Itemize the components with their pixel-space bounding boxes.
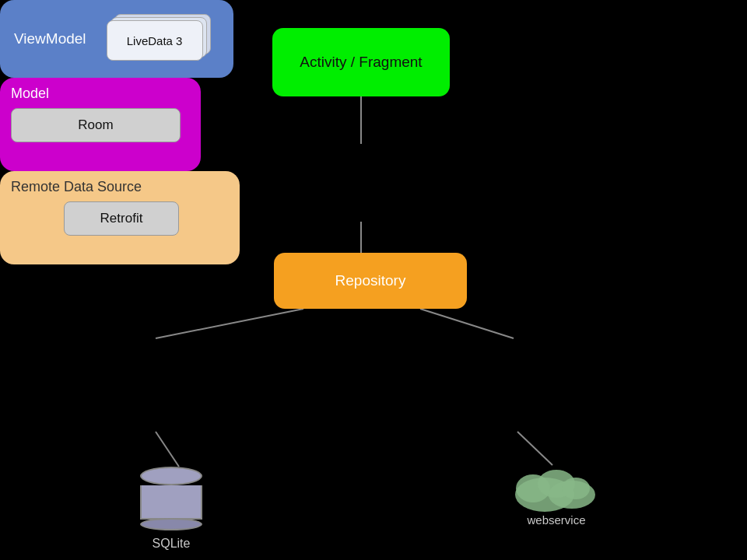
cloud-svg <box>506 465 607 512</box>
model-box: Model Room <box>0 78 201 171</box>
sqlite-cylinder <box>140 467 202 530</box>
retrofit-card: Retrofit <box>64 201 179 236</box>
repository-label: Repository <box>335 272 406 289</box>
viewmodel-box: ViewModel LiveData 3 <box>0 0 233 78</box>
webservice-label: webservice <box>527 513 585 527</box>
livedata-card-3: LiveData 3 <box>107 20 203 61</box>
cloud-shape <box>506 465 607 512</box>
cylinder-body <box>140 485 202 520</box>
svg-line-2 <box>156 309 303 338</box>
livedata-stack: LiveData 3 <box>107 14 208 64</box>
svg-line-4 <box>156 432 179 467</box>
cylinder-bottom <box>140 518 202 530</box>
sqlite-container: SQLite <box>140 467 202 551</box>
cylinder-top <box>140 467 202 485</box>
sqlite-label: SQLite <box>153 537 191 551</box>
retrofit-label: Retrofit <box>100 211 143 226</box>
svg-line-5 <box>517 432 552 465</box>
livedata-label: LiveData 3 <box>127 34 183 47</box>
diagram-container: Activity / Fragment ViewModel LiveData 3… <box>0 0 747 560</box>
activity-fragment-label: Activity / Fragment <box>300 54 422 71</box>
remote-data-source-box: Remote Data Source Retrofit <box>0 171 240 264</box>
svg-point-10 <box>562 478 590 499</box>
model-label: Model <box>11 86 49 102</box>
svg-line-3 <box>420 309 514 338</box>
repository-box: Repository <box>274 253 467 309</box>
room-label: Room <box>78 117 113 133</box>
viewmodel-label: ViewModel <box>14 30 86 47</box>
remote-label: Remote Data Source <box>11 179 142 195</box>
activity-fragment-box: Activity / Fragment <box>272 28 450 96</box>
webservice-container: webservice <box>506 465 607 527</box>
room-card: Room <box>11 108 181 142</box>
